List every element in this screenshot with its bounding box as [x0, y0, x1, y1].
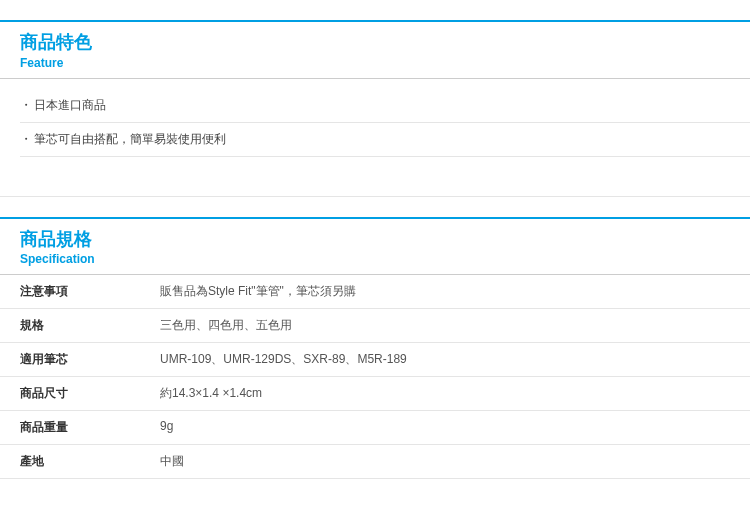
spec-value: 中國: [160, 445, 750, 479]
feature-title-zh: 商品特色: [20, 32, 750, 54]
feature-title-en: Feature: [20, 56, 750, 70]
spec-table: 注意事項 販售品為Style Fit"筆管"，筆芯須另購 規格 三色用、四色用、…: [0, 275, 750, 479]
feature-item: 日本進口商品: [20, 89, 750, 123]
spec-value: 販售品為Style Fit"筆管"，筆芯須另購: [160, 275, 750, 309]
spec-label: 商品尺寸: [0, 377, 160, 411]
spec-value: 約14.3×1.4 ×1.4cm: [160, 377, 750, 411]
feature-header: 商品特色 Feature: [0, 20, 750, 79]
feature-item: 筆芯可自由搭配，簡單易裝使用便利: [20, 123, 750, 157]
spec-label: 注意事項: [0, 275, 160, 309]
spec-row: 注意事項 販售品為Style Fit"筆管"，筆芯須另購: [0, 275, 750, 309]
spec-label: 適用筆芯: [0, 343, 160, 377]
spec-value: 三色用、四色用、五色用: [160, 309, 750, 343]
spec-value: UMR-109、UMR-129DS、SXR-89、M5R-189: [160, 343, 750, 377]
spec-section: 商品規格 Specification 注意事項 販售品為Style Fit"筆管…: [0, 217, 750, 480]
spec-label: 商品重量: [0, 411, 160, 445]
spec-row: 產地 中國: [0, 445, 750, 479]
spec-row: 商品重量 9g: [0, 411, 750, 445]
spec-label: 規格: [0, 309, 160, 343]
spec-title-zh: 商品規格: [20, 229, 750, 251]
spec-value: 9g: [160, 411, 750, 445]
spec-row: 商品尺寸 約14.3×1.4 ×1.4cm: [0, 377, 750, 411]
spec-label: 產地: [0, 445, 160, 479]
spec-title-en: Specification: [20, 252, 750, 266]
spec-header: 商品規格 Specification: [0, 217, 750, 276]
spec-row: 適用筆芯 UMR-109、UMR-129DS、SXR-89、M5R-189: [0, 343, 750, 377]
feature-list: 日本進口商品 筆芯可自由搭配，簡單易裝使用便利: [0, 79, 750, 157]
section-gap: [0, 157, 750, 197]
feature-section: 商品特色 Feature 日本進口商品 筆芯可自由搭配，簡單易裝使用便利: [0, 20, 750, 197]
spec-row: 規格 三色用、四色用、五色用: [0, 309, 750, 343]
